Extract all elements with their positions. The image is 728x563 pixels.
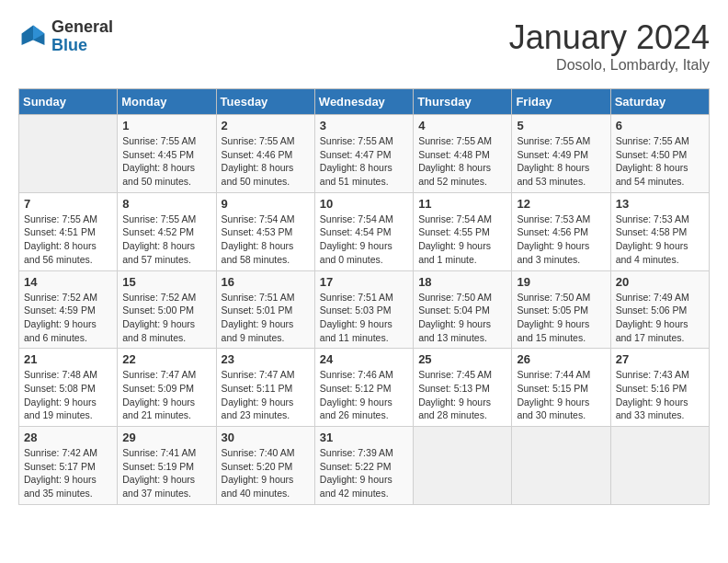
calendar-cell: 6 Sunrise: 7:55 AMSunset: 4:50 PMDayligh… xyxy=(610,115,709,193)
day-number: 17 xyxy=(320,275,408,289)
day-number: 7 xyxy=(24,197,112,211)
logo-blue: Blue xyxy=(51,37,113,55)
day-number: 24 xyxy=(320,352,408,366)
column-header-wednesday: Wednesday xyxy=(314,89,413,115)
column-header-thursday: Thursday xyxy=(414,89,512,115)
day-number: 11 xyxy=(418,197,506,211)
day-detail: Sunrise: 7:43 AMSunset: 5:16 PMDaylight:… xyxy=(616,369,689,420)
day-detail: Sunrise: 7:54 AMSunset: 4:53 PMDaylight:… xyxy=(222,213,295,265)
day-detail: Sunrise: 7:55 AMSunset: 4:52 PMDaylight:… xyxy=(122,213,196,265)
day-number: 1 xyxy=(122,119,210,132)
day-detail: Sunrise: 7:47 AMSunset: 5:11 PMDaylight:… xyxy=(222,369,295,420)
calendar-cell xyxy=(610,427,709,505)
calendar-cell: 2 Sunrise: 7:55 AMSunset: 4:46 PMDayligh… xyxy=(216,115,314,193)
calendar-cell: 28 Sunrise: 7:42 AMSunset: 5:17 PMDaylig… xyxy=(19,427,118,505)
day-detail: Sunrise: 7:55 AMSunset: 4:49 PMDaylight:… xyxy=(517,135,590,187)
logo-text: General Blue xyxy=(51,18,113,55)
calendar-cell: 17 Sunrise: 7:51 AMSunset: 5:03 PMDaylig… xyxy=(314,270,413,349)
day-number: 20 xyxy=(616,275,704,289)
day-detail: Sunrise: 7:55 AMSunset: 4:47 PMDaylight:… xyxy=(320,135,393,187)
day-detail: Sunrise: 7:51 AMSunset: 5:03 PMDaylight:… xyxy=(320,292,393,343)
week-row-5: 28 Sunrise: 7:42 AMSunset: 5:17 PMDaylig… xyxy=(19,427,710,505)
day-number: 4 xyxy=(418,119,506,132)
calendar-cell: 14 Sunrise: 7:52 AMSunset: 4:59 PMDaylig… xyxy=(19,270,118,349)
page-header: General Blue January 2024 Dosolo, Lombar… xyxy=(18,18,710,74)
calendar-cell: 19 Sunrise: 7:50 AMSunset: 5:05 PMDaylig… xyxy=(512,270,610,349)
day-detail: Sunrise: 7:53 AMSunset: 4:56 PMDaylight:… xyxy=(517,213,590,265)
day-number: 30 xyxy=(222,431,310,444)
day-detail: Sunrise: 7:53 AMSunset: 4:58 PMDaylight:… xyxy=(616,213,689,265)
day-detail: Sunrise: 7:40 AMSunset: 5:20 PMDaylight:… xyxy=(222,447,295,499)
subtitle: Dosolo, Lombardy, Italy xyxy=(509,57,710,74)
header-row: SundayMondayTuesdayWednesdayThursdayFrid… xyxy=(19,89,710,115)
week-row-2: 7 Sunrise: 7:55 AMSunset: 4:51 PMDayligh… xyxy=(19,192,710,270)
day-detail: Sunrise: 7:39 AMSunset: 5:22 PMDaylight:… xyxy=(320,447,393,499)
day-detail: Sunrise: 7:55 AMSunset: 4:50 PMDaylight:… xyxy=(616,135,689,187)
day-number: 3 xyxy=(320,119,408,132)
week-row-4: 21 Sunrise: 7:48 AMSunset: 5:08 PMDaylig… xyxy=(19,349,710,427)
column-header-saturday: Saturday xyxy=(610,89,709,115)
day-number: 14 xyxy=(24,275,112,289)
calendar-cell: 23 Sunrise: 7:47 AMSunset: 5:11 PMDaylig… xyxy=(216,349,314,427)
day-number: 16 xyxy=(222,275,310,289)
calendar-cell: 9 Sunrise: 7:54 AMSunset: 4:53 PMDayligh… xyxy=(216,192,314,270)
calendar-cell: 15 Sunrise: 7:52 AMSunset: 5:00 PMDaylig… xyxy=(118,270,216,349)
day-detail: Sunrise: 7:44 AMSunset: 5:15 PMDaylight:… xyxy=(517,369,590,420)
day-detail: Sunrise: 7:52 AMSunset: 5:00 PMDaylight:… xyxy=(122,292,196,343)
day-number: 28 xyxy=(24,431,112,444)
calendar-cell: 4 Sunrise: 7:55 AMSunset: 4:48 PMDayligh… xyxy=(414,115,512,193)
day-number: 26 xyxy=(517,352,605,366)
calendar-cell: 10 Sunrise: 7:54 AMSunset: 4:54 PMDaylig… xyxy=(314,192,413,270)
day-number: 19 xyxy=(517,275,605,289)
day-detail: Sunrise: 7:48 AMSunset: 5:08 PMDaylight:… xyxy=(24,369,97,420)
day-number: 8 xyxy=(122,197,210,211)
logo-general: General xyxy=(51,18,113,37)
week-row-3: 14 Sunrise: 7:52 AMSunset: 4:59 PMDaylig… xyxy=(19,270,710,349)
calendar-cell: 18 Sunrise: 7:50 AMSunset: 5:04 PMDaylig… xyxy=(414,270,512,349)
day-number: 2 xyxy=(222,119,310,132)
day-number: 22 xyxy=(122,352,210,366)
day-number: 23 xyxy=(222,352,310,366)
day-detail: Sunrise: 7:42 AMSunset: 5:17 PMDaylight:… xyxy=(24,447,97,499)
day-detail: Sunrise: 7:45 AMSunset: 5:13 PMDaylight:… xyxy=(418,369,492,420)
calendar-cell: 22 Sunrise: 7:47 AMSunset: 5:09 PMDaylig… xyxy=(118,349,216,427)
day-detail: Sunrise: 7:50 AMSunset: 5:04 PMDaylight:… xyxy=(418,292,492,343)
calendar-cell: 21 Sunrise: 7:48 AMSunset: 5:08 PMDaylig… xyxy=(19,349,118,427)
day-detail: Sunrise: 7:55 AMSunset: 4:48 PMDaylight:… xyxy=(418,135,492,187)
day-number: 29 xyxy=(122,431,210,444)
calendar-cell: 8 Sunrise: 7:55 AMSunset: 4:52 PMDayligh… xyxy=(118,192,216,270)
day-detail: Sunrise: 7:49 AMSunset: 5:06 PMDaylight:… xyxy=(616,292,689,343)
calendar-cell: 12 Sunrise: 7:53 AMSunset: 4:56 PMDaylig… xyxy=(512,192,610,270)
day-number: 15 xyxy=(122,275,210,289)
logo-icon xyxy=(18,22,48,52)
day-detail: Sunrise: 7:46 AMSunset: 5:12 PMDaylight:… xyxy=(320,369,393,420)
calendar-cell: 16 Sunrise: 7:51 AMSunset: 5:01 PMDaylig… xyxy=(216,270,314,349)
calendar-cell xyxy=(512,427,610,505)
main-title: January 2024 xyxy=(509,18,710,57)
calendar-cell: 24 Sunrise: 7:46 AMSunset: 5:12 PMDaylig… xyxy=(314,349,413,427)
day-number: 25 xyxy=(418,352,506,366)
day-detail: Sunrise: 7:54 AMSunset: 4:54 PMDaylight:… xyxy=(320,213,393,265)
calendar-cell: 1 Sunrise: 7:55 AMSunset: 4:45 PMDayligh… xyxy=(118,115,216,193)
column-header-sunday: Sunday xyxy=(19,89,118,115)
calendar-cell: 13 Sunrise: 7:53 AMSunset: 4:58 PMDaylig… xyxy=(610,192,709,270)
calendar-cell: 25 Sunrise: 7:45 AMSunset: 5:13 PMDaylig… xyxy=(414,349,512,427)
calendar-cell: 30 Sunrise: 7:40 AMSunset: 5:20 PMDaylig… xyxy=(216,427,314,505)
day-detail: Sunrise: 7:55 AMSunset: 4:51 PMDaylight:… xyxy=(24,213,97,265)
day-number: 13 xyxy=(616,197,704,211)
day-detail: Sunrise: 7:54 AMSunset: 4:55 PMDaylight:… xyxy=(418,213,492,265)
calendar-cell xyxy=(414,427,512,505)
day-detail: Sunrise: 7:50 AMSunset: 5:05 PMDaylight:… xyxy=(517,292,590,343)
column-header-monday: Monday xyxy=(118,89,216,115)
day-number: 31 xyxy=(320,431,408,444)
column-header-friday: Friday xyxy=(512,89,610,115)
day-detail: Sunrise: 7:47 AMSunset: 5:09 PMDaylight:… xyxy=(122,369,196,420)
day-number: 21 xyxy=(24,352,112,366)
day-number: 27 xyxy=(616,352,704,366)
day-detail: Sunrise: 7:52 AMSunset: 4:59 PMDaylight:… xyxy=(24,292,97,343)
day-detail: Sunrise: 7:41 AMSunset: 5:19 PMDaylight:… xyxy=(122,447,196,499)
calendar-cell: 27 Sunrise: 7:43 AMSunset: 5:16 PMDaylig… xyxy=(610,349,709,427)
calendar-table: SundayMondayTuesdayWednesdayThursdayFrid… xyxy=(18,88,710,505)
day-number: 10 xyxy=(320,197,408,211)
day-number: 5 xyxy=(517,119,605,132)
